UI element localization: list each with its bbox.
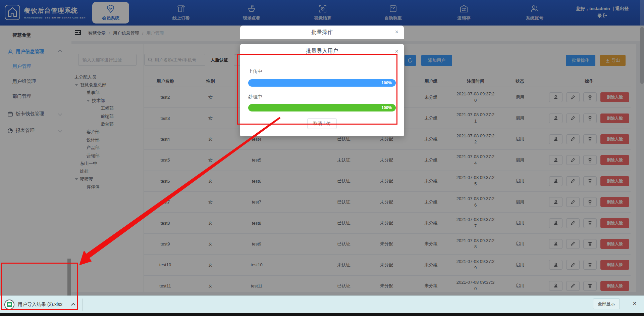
process-progress-value: 100% — [381, 105, 392, 110]
import-dialog-close-icon[interactable]: × — [395, 48, 398, 54]
taskbar-edge — [0, 313, 644, 316]
excel-file-icon — [4, 300, 14, 310]
app-root: 餐饮后台管理系统 MANAGEMENT SYSTEM OF SMART CANT… — [0, 0, 644, 316]
batch-import-dialog: 批量导入用户 × 上传中 100% 处理中 100% 取消上传 — [240, 44, 404, 136]
show-all-downloads-button[interactable]: 全部显示 — [593, 299, 620, 309]
download-shelf-close-icon[interactable]: × — [633, 300, 637, 307]
upload-progress-bar: 100% — [248, 79, 396, 87]
downloaded-file-item[interactable]: 用户导入结果 (2).xlsx — [4, 300, 62, 310]
batch-import-dialog-title: 批量导入用户 — [240, 48, 404, 55]
batch-dialog-close-icon[interactable]: × — [395, 29, 398, 35]
batch-operation-dialog-titlebar: 批量操作 × — [240, 26, 404, 39]
processing-label: 处理中 — [248, 94, 262, 100]
process-progress-bar: 100% — [248, 104, 396, 111]
downloaded-file-name: 用户导入结果 (2).xlsx — [18, 302, 62, 308]
download-shelf: 用户导入结果 (2).xlsx 全部显示 × — [0, 296, 644, 313]
uploading-label: 上传中 — [248, 69, 262, 75]
download-item-separator — [82, 299, 83, 311]
download-item-chevron-icon[interactable] — [71, 303, 75, 307]
upload-progress-value: 100% — [381, 81, 392, 85]
batch-operation-dialog-title: 批量操作 — [311, 29, 333, 36]
cancel-upload-button[interactable]: 取消上传 — [307, 118, 337, 129]
